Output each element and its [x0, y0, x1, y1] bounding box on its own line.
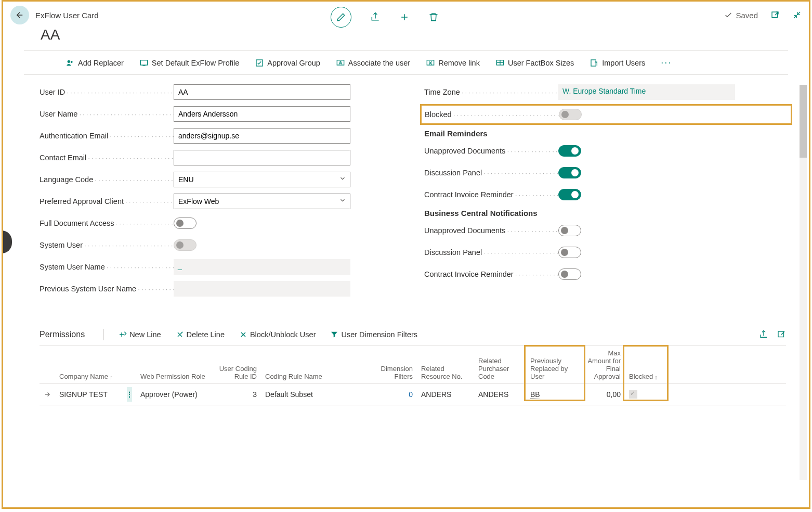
toggle-bc-discussion[interactable]	[558, 247, 581, 258]
svg-point-1	[68, 60, 70, 62]
cell-blocked[interactable]	[625, 384, 666, 405]
new-button[interactable]	[399, 12, 410, 22]
cell-rulename[interactable]: Default Subset	[261, 384, 365, 405]
cell-role[interactable]: Approver (Power)	[136, 384, 214, 405]
label-blocked: Blocked	[425, 110, 559, 119]
perm-user-dim-filters[interactable]: User Dimension Filters	[330, 330, 417, 339]
share-button[interactable]	[370, 12, 381, 22]
label-system-user-name: System User Name	[40, 263, 174, 271]
label-contact-email: Contact Email	[40, 153, 174, 162]
heading-email-reminders: Email Reminders	[424, 129, 788, 138]
cell-relres[interactable]: ANDERS	[417, 384, 474, 405]
cell-company[interactable]: SIGNUP TEST	[55, 384, 123, 405]
perm-popout-icon[interactable]	[777, 330, 786, 339]
toggle-full-doc-access[interactable]	[174, 217, 197, 229]
col-maxamt[interactable]: Max Amount for Final Approval	[583, 346, 625, 383]
more-actions-button[interactable]: ···	[661, 57, 672, 68]
action-user-factbox-sizes[interactable]: User FactBox Sizes	[495, 59, 574, 67]
scrollbar[interactable]	[800, 85, 807, 480]
table-row-empty[interactable]	[40, 405, 786, 423]
heading-bc-notifications: Business Central Notifications	[424, 209, 788, 217]
action-associate-user[interactable]: Associate the user	[336, 59, 410, 67]
label-user-id: User ID	[40, 88, 174, 96]
toggle-blocked[interactable]	[559, 109, 582, 120]
cell-maxamt[interactable]: 0,00	[583, 384, 625, 405]
toggle-er-unapproved[interactable]	[558, 145, 581, 157]
cell-ruleid[interactable]: 3	[214, 384, 261, 405]
action-remove-link[interactable]: Remove link	[426, 59, 480, 67]
label-bc-discussion: Discussion Panel	[424, 248, 558, 257]
input-pref-client[interactable]	[174, 194, 350, 209]
toggle-er-contract[interactable]	[558, 189, 581, 200]
svg-rect-5	[337, 60, 344, 65]
svg-rect-9	[591, 60, 596, 66]
cell-prevrep[interactable]: BB	[526, 384, 583, 405]
cell-relpur[interactable]: ANDERS	[474, 384, 526, 405]
col-relres[interactable]: Related Resource No.	[417, 346, 474, 383]
page-title: AA	[3, 24, 809, 50]
col-rulename[interactable]: Coding Rule Name	[261, 346, 365, 383]
input-user-name[interactable]	[174, 106, 350, 122]
label-time-zone: Time Zone	[424, 88, 558, 96]
perm-delete-line[interactable]: Delete Line	[176, 330, 225, 339]
label-bc-contract: Contract Invoice Reminder	[424, 270, 558, 278]
field-time-zone[interactable]: W. Europe Standard Time	[558, 84, 735, 100]
row-menu-button[interactable]: ⋮	[123, 384, 136, 405]
table-row[interactable]: SIGNUP TEST ⋮ Approver (Power) 3 Default…	[40, 384, 786, 405]
delete-button[interactable]	[428, 12, 439, 22]
label-user-name: User Name	[40, 110, 174, 118]
svg-rect-0	[772, 12, 778, 18]
perm-share-icon[interactable]	[759, 330, 768, 339]
toggle-er-discussion[interactable]	[558, 167, 581, 178]
edit-button[interactable]	[331, 7, 351, 28]
toggle-system-user	[174, 239, 197, 251]
checkbox-blocked-icon	[629, 390, 637, 399]
label-language-code: Language Code	[40, 175, 174, 184]
action-import-users[interactable]: Import Users	[590, 59, 645, 67]
perm-new-line[interactable]: New Line	[119, 330, 161, 339]
col-relpur[interactable]: Related Purchaser Code	[474, 346, 526, 383]
col-ruleid[interactable]: User Coding Rule ID	[214, 346, 261, 383]
breadcrumb: ExFlow User Card	[35, 11, 99, 20]
label-pref-client: Preferred Approval Client	[40, 197, 174, 206]
toggle-bc-contract[interactable]	[558, 268, 581, 280]
field-system-user-name: _	[174, 259, 350, 275]
permissions-title: Permissions	[40, 330, 85, 339]
col-company[interactable]: Company Name↑	[55, 346, 123, 383]
popout-button[interactable]	[770, 10, 780, 20]
toggle-bc-unapproved[interactable]	[558, 225, 581, 236]
input-auth-email[interactable]	[174, 128, 350, 144]
highlight-blocked: Blocked	[420, 104, 792, 125]
label-prev-system-user-name: Previous System User Name	[40, 285, 174, 293]
input-contact-email[interactable]	[174, 150, 350, 165]
input-user-id[interactable]	[174, 84, 350, 100]
svg-point-6	[340, 61, 342, 63]
action-set-default-profile[interactable]: Set Default ExFlow Profile	[139, 59, 239, 67]
svg-rect-10	[778, 331, 784, 337]
row-select-icon[interactable]	[40, 384, 55, 405]
cell-dimf[interactable]: 0	[365, 384, 417, 405]
col-dimf[interactable]: Dimension Filters	[365, 346, 417, 383]
label-full-doc-access: Full Document Access	[40, 219, 174, 227]
svg-point-2	[71, 61, 73, 63]
action-approval-group[interactable]: Approval Group	[255, 59, 320, 67]
col-prevrep[interactable]: Previously Replaced by User	[526, 346, 583, 383]
label-bc-unapproved: Unapproved Documents	[424, 226, 558, 235]
col-role[interactable]: Web Permission Role	[136, 346, 214, 383]
label-er-unapproved: Unapproved Documents	[424, 147, 558, 155]
chevron-down-icon	[339, 175, 346, 182]
back-button[interactable]	[10, 6, 29, 24]
svg-rect-3	[140, 60, 147, 65]
action-add-replacer[interactable]: Add Replacer	[66, 59, 124, 67]
field-prev-system-user-name	[174, 281, 350, 297]
col-blocked[interactable]: Blocked↑	[625, 346, 666, 383]
label-auth-email: Authentication Email	[40, 132, 174, 140]
label-er-contract: Contract Invoice Reminder	[424, 190, 558, 199]
perm-block-unblock[interactable]: Block/Unblock User	[239, 330, 316, 339]
chevron-down-icon	[339, 197, 346, 204]
label-system-user: System User	[40, 241, 174, 249]
input-language-code[interactable]	[174, 172, 350, 187]
collapse-button[interactable]	[792, 10, 802, 20]
saved-status: Saved	[724, 11, 758, 20]
label-er-discussion: Discussion Panel	[424, 169, 558, 177]
